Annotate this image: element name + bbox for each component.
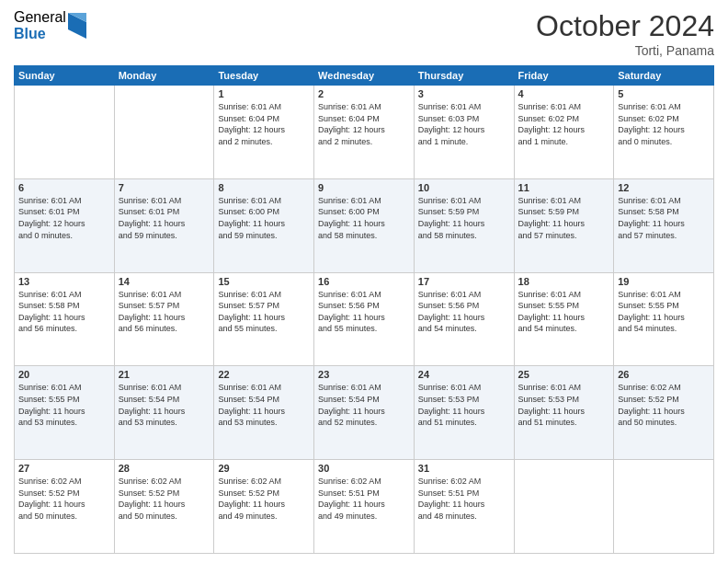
col-sunday: Sunday — [15, 66, 115, 86]
day-number: 31 — [418, 463, 510, 474]
calendar-cell: 6Sunrise: 6:01 AM Sunset: 6:01 PM Daylig… — [15, 178, 115, 272]
calendar-cell: 10Sunrise: 6:01 AM Sunset: 5:59 PM Dayli… — [414, 178, 514, 272]
day-info: Sunrise: 6:02 AM Sunset: 5:52 PM Dayligh… — [119, 476, 210, 522]
day-number: 21 — [119, 369, 210, 380]
calendar-week-row: 6Sunrise: 6:01 AM Sunset: 6:01 PM Daylig… — [15, 178, 714, 272]
calendar-cell: 28Sunrise: 6:02 AM Sunset: 5:52 PM Dayli… — [114, 460, 214, 554]
day-number: 26 — [618, 369, 710, 380]
col-monday: Monday — [114, 66, 214, 86]
day-number: 13 — [18, 276, 110, 287]
day-info: Sunrise: 6:01 AM Sunset: 5:54 PM Dayligh… — [218, 382, 310, 428]
day-number: 20 — [18, 369, 110, 380]
day-info: Sunrise: 6:01 AM Sunset: 5:53 PM Dayligh… — [518, 382, 610, 428]
day-info: Sunrise: 6:01 AM Sunset: 6:01 PM Dayligh… — [18, 195, 110, 241]
day-info: Sunrise: 6:01 AM Sunset: 6:01 PM Dayligh… — [119, 195, 210, 241]
day-info: Sunrise: 6:01 AM Sunset: 6:03 PM Dayligh… — [418, 101, 510, 147]
logo-text: General Blue — [14, 9, 66, 41]
title-section: October 2024 Torti, Panama — [536, 9, 714, 58]
day-number: 22 — [218, 369, 310, 380]
col-wednesday: Wednesday — [314, 66, 415, 86]
day-info: Sunrise: 6:01 AM Sunset: 5:56 PM Dayligh… — [418, 289, 510, 335]
calendar-cell: 8Sunrise: 6:01 AM Sunset: 6:00 PM Daylig… — [214, 178, 314, 272]
col-friday: Friday — [514, 66, 614, 86]
header: General Blue October 2024 Torti, Panama — [14, 9, 714, 58]
calendar-cell: 18Sunrise: 6:01 AM Sunset: 5:55 PM Dayli… — [514, 272, 614, 366]
location: Torti, Panama — [536, 43, 714, 58]
day-number: 23 — [318, 369, 410, 380]
day-number: 28 — [119, 463, 210, 474]
calendar-week-row: 13Sunrise: 6:01 AM Sunset: 5:58 PM Dayli… — [15, 272, 714, 366]
logo: General Blue — [14, 9, 86, 41]
calendar-week-row: 1Sunrise: 6:01 AM Sunset: 6:04 PM Daylig… — [15, 86, 714, 179]
calendar-cell: 9Sunrise: 6:01 AM Sunset: 6:00 PM Daylig… — [314, 178, 415, 272]
day-number: 24 — [418, 369, 510, 380]
day-number: 14 — [119, 276, 210, 287]
day-info: Sunrise: 6:01 AM Sunset: 6:02 PM Dayligh… — [518, 101, 610, 147]
calendar-header-row: Sunday Monday Tuesday Wednesday Thursday… — [15, 66, 714, 86]
day-info: Sunrise: 6:01 AM Sunset: 5:58 PM Dayligh… — [618, 195, 710, 241]
calendar-cell: 3Sunrise: 6:01 AM Sunset: 6:03 PM Daylig… — [414, 86, 514, 179]
day-info: Sunrise: 6:02 AM Sunset: 5:51 PM Dayligh… — [318, 476, 410, 522]
day-info: Sunrise: 6:02 AM Sunset: 5:52 PM Dayligh… — [218, 476, 310, 522]
calendar-cell: 29Sunrise: 6:02 AM Sunset: 5:52 PM Dayli… — [214, 460, 314, 554]
day-number: 17 — [418, 276, 510, 287]
day-info: Sunrise: 6:02 AM Sunset: 5:51 PM Dayligh… — [418, 476, 510, 522]
day-number: 3 — [418, 88, 510, 99]
day-number: 30 — [318, 463, 410, 474]
day-number: 29 — [218, 463, 310, 474]
calendar-cell: 31Sunrise: 6:02 AM Sunset: 5:51 PM Dayli… — [414, 460, 514, 554]
day-info: Sunrise: 6:01 AM Sunset: 5:55 PM Dayligh… — [618, 289, 710, 335]
day-info: Sunrise: 6:01 AM Sunset: 5:59 PM Dayligh… — [518, 195, 610, 241]
calendar-cell — [114, 86, 214, 179]
calendar-cell: 13Sunrise: 6:01 AM Sunset: 5:58 PM Dayli… — [15, 272, 115, 366]
calendar-cell: 20Sunrise: 6:01 AM Sunset: 5:55 PM Dayli… — [15, 366, 115, 460]
calendar-cell: 15Sunrise: 6:01 AM Sunset: 5:57 PM Dayli… — [214, 272, 314, 366]
day-info: Sunrise: 6:01 AM Sunset: 5:53 PM Dayligh… — [418, 382, 510, 428]
day-number: 1 — [218, 88, 310, 99]
day-info: Sunrise: 6:01 AM Sunset: 6:04 PM Dayligh… — [318, 101, 410, 147]
day-number: 6 — [18, 182, 110, 193]
day-number: 10 — [418, 182, 510, 193]
day-number: 12 — [618, 182, 710, 193]
day-number: 19 — [618, 276, 710, 287]
day-number: 18 — [518, 276, 610, 287]
page: General Blue October 2024 Torti, Panama … — [0, 0, 728, 563]
calendar-cell: 16Sunrise: 6:01 AM Sunset: 5:56 PM Dayli… — [314, 272, 415, 366]
day-info: Sunrise: 6:01 AM Sunset: 6:00 PM Dayligh… — [318, 195, 410, 241]
day-info: Sunrise: 6:01 AM Sunset: 5:56 PM Dayligh… — [318, 289, 410, 335]
calendar-cell: 21Sunrise: 6:01 AM Sunset: 5:54 PM Dayli… — [114, 366, 214, 460]
day-number: 9 — [318, 182, 410, 193]
day-number: 25 — [518, 369, 610, 380]
calendar-cell: 17Sunrise: 6:01 AM Sunset: 5:56 PM Dayli… — [414, 272, 514, 366]
day-info: Sunrise: 6:01 AM Sunset: 5:54 PM Dayligh… — [119, 382, 210, 428]
calendar-cell: 2Sunrise: 6:01 AM Sunset: 6:04 PM Daylig… — [314, 86, 415, 179]
day-info: Sunrise: 6:01 AM Sunset: 6:00 PM Dayligh… — [218, 195, 310, 241]
day-number: 4 — [518, 88, 610, 99]
calendar-week-row: 20Sunrise: 6:01 AM Sunset: 5:55 PM Dayli… — [15, 366, 714, 460]
col-saturday: Saturday — [614, 66, 714, 86]
day-number: 8 — [218, 182, 310, 193]
day-info: Sunrise: 6:01 AM Sunset: 5:57 PM Dayligh… — [218, 289, 310, 335]
day-number: 27 — [18, 463, 110, 474]
logo-general: General — [14, 9, 66, 26]
day-number: 16 — [318, 276, 410, 287]
day-number: 15 — [218, 276, 310, 287]
calendar-cell: 25Sunrise: 6:01 AM Sunset: 5:53 PM Dayli… — [514, 366, 614, 460]
calendar-cell: 30Sunrise: 6:02 AM Sunset: 5:51 PM Dayli… — [314, 460, 415, 554]
calendar-cell: 11Sunrise: 6:01 AM Sunset: 5:59 PM Dayli… — [514, 178, 614, 272]
month-title: October 2024 — [536, 9, 714, 43]
calendar-cell: 12Sunrise: 6:01 AM Sunset: 5:58 PM Dayli… — [614, 178, 714, 272]
calendar-week-row: 27Sunrise: 6:02 AM Sunset: 5:52 PM Dayli… — [15, 460, 714, 554]
day-info: Sunrise: 6:01 AM Sunset: 5:55 PM Dayligh… — [518, 289, 610, 335]
calendar-cell: 26Sunrise: 6:02 AM Sunset: 5:52 PM Dayli… — [614, 366, 714, 460]
calendar-cell: 4Sunrise: 6:01 AM Sunset: 6:02 PM Daylig… — [514, 86, 614, 179]
calendar-cell: 22Sunrise: 6:01 AM Sunset: 5:54 PM Dayli… — [214, 366, 314, 460]
calendar-table: Sunday Monday Tuesday Wednesday Thursday… — [14, 65, 714, 554]
calendar-cell — [15, 86, 115, 179]
day-number: 7 — [119, 182, 210, 193]
day-number: 11 — [518, 182, 610, 193]
calendar-cell: 5Sunrise: 6:01 AM Sunset: 6:02 PM Daylig… — [614, 86, 714, 179]
day-info: Sunrise: 6:01 AM Sunset: 5:54 PM Dayligh… — [318, 382, 410, 428]
calendar-cell: 14Sunrise: 6:01 AM Sunset: 5:57 PM Dayli… — [114, 272, 214, 366]
calendar-cell: 23Sunrise: 6:01 AM Sunset: 5:54 PM Dayli… — [314, 366, 415, 460]
